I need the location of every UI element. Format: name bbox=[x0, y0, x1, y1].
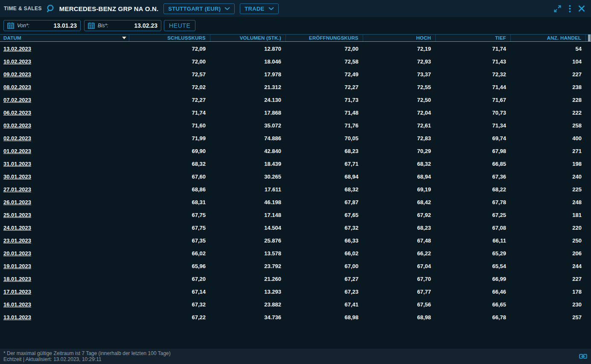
date-filter-bar: Von*: 13.01.23 Bis*: 13.02.23 HEUTE bbox=[0, 17, 591, 34]
table-row: 20.01.2023 66,02 13.578 66,02 66,22 65,2… bbox=[0, 247, 591, 260]
von-date-field[interactable]: Von*: 13.01.23 bbox=[3, 20, 81, 31]
anz-handel-cell: 220 bbox=[510, 225, 586, 231]
link-icon[interactable] bbox=[579, 354, 587, 359]
datum-cell: 03.02.2023 bbox=[0, 122, 129, 129]
date-link[interactable]: 17.01.2023 bbox=[3, 289, 31, 295]
datum-cell: 25.01.2023 bbox=[0, 212, 129, 218]
column-header-eroeffnungskurs[interactable]: ERÖFFNUNGSKURS bbox=[285, 35, 363, 41]
kebab-menu-icon[interactable] bbox=[569, 5, 571, 13]
volumen-cell: 21.260 bbox=[210, 276, 285, 282]
date-link[interactable]: 02.02.2023 bbox=[3, 135, 31, 142]
calendar-icon[interactable] bbox=[7, 22, 14, 29]
date-link[interactable]: 19.01.2023 bbox=[3, 263, 31, 269]
schlusskurs-cell: 67,22 bbox=[129, 314, 210, 321]
date-link[interactable]: 13.02.2023 bbox=[3, 46, 31, 52]
date-link[interactable]: 01.02.2023 bbox=[3, 148, 31, 154]
hoch-cell: 68,42 bbox=[363, 199, 435, 205]
exchange-dropdown-label: STUTTGART (EUR) bbox=[168, 6, 221, 12]
scrollbar-thumb[interactable] bbox=[588, 35, 591, 41]
close-icon[interactable] bbox=[578, 5, 585, 12]
date-link[interactable]: 25.01.2023 bbox=[3, 212, 31, 218]
tief-cell: 67,25 bbox=[435, 212, 510, 218]
bis-value[interactable]: 13.02.23 bbox=[134, 22, 158, 29]
column-header-datum[interactable]: DATUM bbox=[0, 35, 129, 41]
title-bar: TIME & SALES MERCEDES-BENZ GRP NA O.N. S… bbox=[0, 0, 591, 17]
tief-cell: 67,36 bbox=[435, 173, 510, 180]
date-link[interactable]: 10.02.2023 bbox=[3, 58, 31, 65]
date-link[interactable]: 26.01.2023 bbox=[3, 199, 31, 205]
datum-cell: 13.01.2023 bbox=[0, 314, 129, 321]
schlusskurs-cell: 68,32 bbox=[129, 161, 210, 167]
volumen-cell: 25.876 bbox=[210, 237, 285, 244]
hoch-cell: 68,94 bbox=[363, 173, 435, 180]
anz-handel-cell: 227 bbox=[510, 276, 586, 282]
date-link[interactable]: 18.01.2023 bbox=[3, 276, 31, 282]
anz-handel-cell: 198 bbox=[510, 161, 586, 167]
exchange-dropdown[interactable]: STUTTGART (EUR) bbox=[163, 3, 235, 14]
schlusskurs-cell: 66,02 bbox=[129, 250, 210, 257]
column-header-volumen[interactable]: VOLUMEN (STK.) bbox=[210, 35, 285, 41]
date-link[interactable]: 20.01.2023 bbox=[3, 250, 31, 257]
hoch-cell: 67,70 bbox=[363, 276, 435, 282]
date-link[interactable]: 13.01.2023 bbox=[3, 314, 31, 321]
date-link[interactable]: 27.01.2023 bbox=[3, 186, 31, 193]
tief-cell: 71,67 bbox=[435, 97, 510, 103]
date-link[interactable]: 09.02.2023 bbox=[3, 71, 31, 78]
table-row: 08.02.2023 72,02 21.312 72,27 72,55 71,4… bbox=[0, 81, 591, 93]
heute-button[interactable]: HEUTE bbox=[164, 20, 195, 31]
hoch-cell: 72,04 bbox=[363, 110, 435, 116]
eroeffnungskurs-cell: 68,98 bbox=[285, 314, 363, 321]
schlusskurs-cell: 67,32 bbox=[129, 301, 210, 308]
date-link[interactable]: 23.01.2023 bbox=[3, 237, 31, 244]
date-link[interactable]: 16.01.2023 bbox=[3, 301, 31, 308]
date-link[interactable]: 06.02.2023 bbox=[3, 110, 31, 116]
table-body: 13.02.2023 72,09 12.870 72,00 72,19 71,7… bbox=[0, 42, 591, 324]
column-header-hoch[interactable]: HOCH bbox=[363, 35, 435, 41]
hoch-cell: 72,93 bbox=[363, 58, 435, 65]
search-icon[interactable] bbox=[46, 4, 56, 14]
date-link[interactable]: 07.02.2023 bbox=[3, 97, 31, 103]
schlusskurs-cell: 72,27 bbox=[129, 97, 210, 103]
hoch-cell: 72,83 bbox=[363, 135, 435, 142]
chevron-down-icon bbox=[268, 7, 274, 10]
volumen-cell: 24.130 bbox=[210, 97, 285, 103]
datum-cell: 30.01.2023 bbox=[0, 173, 129, 180]
expand-icon[interactable] bbox=[553, 5, 562, 13]
tief-cell: 66,11 bbox=[435, 237, 510, 244]
table-row: 24.01.2023 67,75 14.504 67,32 68,23 67,0… bbox=[0, 221, 591, 234]
eroeffnungskurs-cell: 66,02 bbox=[285, 250, 363, 257]
datum-cell: 23.01.2023 bbox=[0, 237, 129, 244]
trade-dropdown-label: TRADE bbox=[245, 6, 264, 12]
table-row: 17.01.2023 67,14 13.293 67,23 67,77 66,4… bbox=[0, 285, 591, 298]
volumen-cell: 17.148 bbox=[210, 212, 285, 218]
date-link[interactable]: 31.01.2023 bbox=[3, 161, 31, 167]
calendar-icon[interactable] bbox=[88, 22, 95, 29]
hoch-cell: 67,48 bbox=[363, 237, 435, 244]
anz-handel-cell: 238 bbox=[510, 84, 586, 90]
table-row: 01.02.2023 69,90 42.840 68,23 70,29 67,9… bbox=[0, 144, 591, 157]
app-title: TIME & SALES bbox=[4, 6, 42, 12]
tief-cell: 69,74 bbox=[435, 135, 510, 142]
volumen-cell: 74.886 bbox=[210, 135, 285, 142]
von-value[interactable]: 13.01.23 bbox=[54, 22, 77, 29]
schlusskurs-cell: 67,14 bbox=[129, 289, 210, 295]
hoch-cell: 70,29 bbox=[363, 148, 435, 154]
table-row: 23.01.2023 67,35 25.876 66,33 67,48 66,1… bbox=[0, 234, 591, 247]
date-link[interactable]: 08.02.2023 bbox=[3, 84, 31, 90]
anz-handel-cell: 400 bbox=[510, 135, 586, 142]
eroeffnungskurs-cell: 67,23 bbox=[285, 289, 363, 295]
column-header-tief[interactable]: TIEF bbox=[435, 35, 510, 41]
trade-dropdown[interactable]: TRADE bbox=[240, 3, 278, 14]
column-header-schlusskurs[interactable]: SCHLUSSKURS bbox=[129, 35, 210, 41]
eroeffnungskurs-cell: 68,32 bbox=[285, 186, 363, 193]
hoch-cell: 73,37 bbox=[363, 71, 435, 78]
column-header-anz-handel[interactable]: ANZ. HANDEL bbox=[510, 35, 586, 41]
eroeffnungskurs-cell: 67,41 bbox=[285, 301, 363, 308]
volumen-cell: 30.265 bbox=[210, 173, 285, 180]
date-link[interactable]: 30.01.2023 bbox=[3, 173, 31, 180]
date-link[interactable]: 24.01.2023 bbox=[3, 225, 31, 231]
eroeffnungskurs-cell: 68,23 bbox=[285, 148, 363, 154]
date-link[interactable]: 03.02.2023 bbox=[3, 122, 31, 129]
hoch-cell: 68,23 bbox=[363, 225, 435, 231]
bis-date-field[interactable]: Bis*: 13.02.23 bbox=[84, 20, 161, 31]
